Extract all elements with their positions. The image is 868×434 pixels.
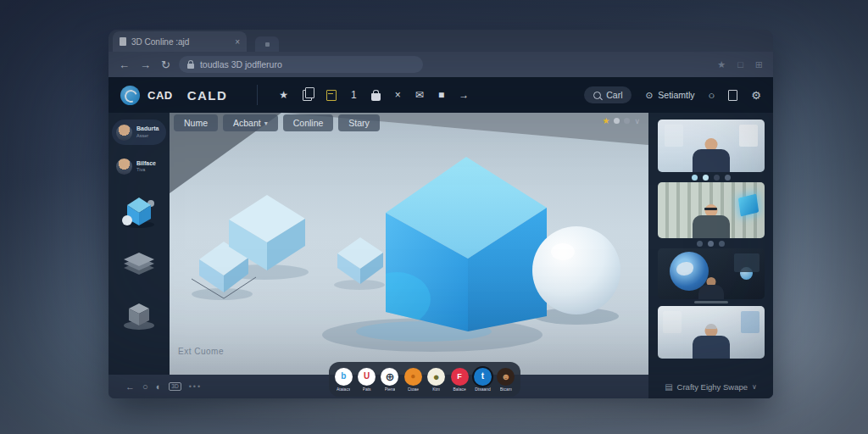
rating-dot[interactable] — [614, 118, 620, 124]
room-window-shape — [663, 311, 682, 333]
search-label: Carl — [606, 90, 622, 100]
3d-mode-badge[interactable]: 3D — [169, 382, 181, 392]
browser-window: 3D Conline :ajd × ← → ↻ toudlas 3D jodfl… — [108, 30, 773, 398]
dock-app-8[interactable]: ☻Btcam — [497, 368, 515, 392]
user-sub: Asser — [136, 133, 159, 139]
nav-item-about[interactable]: Acbant▾ — [223, 114, 278, 131]
dock-app-2[interactable]: UPats — [357, 368, 376, 392]
layer-stack-icon[interactable] — [119, 251, 159, 280]
apps-grid-icon[interactable]: ⊞ — [755, 59, 763, 70]
cad-logo-icon[interactable] — [120, 86, 140, 105]
rating-widget: ★ ∨ — [602, 116, 640, 125]
back-icon[interactable]: ← — [119, 58, 130, 71]
dock-app-1[interactable]: bAtaiacs — [334, 368, 353, 392]
dock-app-5[interactable]: ●Ktm — [427, 368, 446, 392]
tab-favicon-icon — [120, 37, 126, 46]
carousel-dots-2[interactable] — [697, 238, 725, 248]
chevron-down-icon[interactable]: ∨ — [634, 117, 640, 125]
user-name: Badurta — [136, 125, 159, 133]
scene-3d — [170, 113, 648, 375]
app-toolbar: CAD CALD ★ 1 × ✉ ■ → Carl ⊙ — [108, 77, 773, 113]
app-label: Ataiacs — [337, 387, 350, 392]
video-thumbnail-4[interactable] — [658, 306, 765, 359]
desktop-background: 3D Conline :ajd × ← → ↻ toudlas 3D jodfl… — [0, 0, 868, 434]
user-item-2[interactable]: Bilface Tiva — [112, 159, 166, 175]
app-icon: ● — [404, 368, 422, 386]
circle-icon[interactable]: ○ — [708, 89, 715, 102]
scene-label: Ext Cuome — [178, 347, 224, 356]
app-dock: bAtaiacs UPats ⊕Piena ●Ctoae ●Ktm FBalac… — [329, 362, 520, 397]
yellow-note-icon[interactable] — [326, 90, 337, 101]
url-text: toudlas 3D jodfleruro — [200, 59, 282, 70]
dock-app-4[interactable]: ●Ctoae — [403, 368, 422, 392]
tab-close-icon[interactable]: × — [235, 37, 240, 47]
carousel-dots-1[interactable] — [692, 172, 731, 182]
poster-shape — [741, 311, 760, 333]
gear-icon[interactable]: ⚙ — [751, 89, 761, 102]
browser-addressbar: ← → ↻ toudlas 3D jodfleruro ★ □ ⊞ — [108, 52, 773, 77]
file-icon[interactable] — [728, 90, 737, 101]
avatar — [116, 159, 132, 175]
cut-icon[interactable]: × — [395, 89, 401, 101]
user-name: Bilface — [136, 160, 156, 168]
half-circle-icon[interactable]: ◐ — [156, 381, 162, 392]
bag-icon[interactable] — [371, 93, 381, 101]
dock-app-6[interactable]: FBalace — [450, 368, 469, 392]
chevron-down-icon: ▾ — [264, 120, 268, 127]
nav-menu: Nume Acbant▾ Conline Stary — [174, 114, 380, 131]
thumbnail-caption-line — [694, 301, 728, 303]
rating-dot[interactable] — [624, 118, 630, 124]
app-label: Ctoae — [408, 387, 419, 392]
favorite-star-icon[interactable]: ★ — [279, 89, 288, 101]
app-icon: t — [474, 368, 492, 386]
app-icon: F — [451, 368, 469, 386]
avatar — [116, 125, 132, 141]
book-icon: ▤ — [665, 382, 672, 392]
forward-icon[interactable]: → — [140, 58, 151, 71]
extension-icon[interactable]: ★ — [717, 59, 726, 70]
nav-label: Acbant — [233, 118, 261, 128]
person-figure — [682, 138, 741, 172]
quality-label: Crafty Eighy Swape — [677, 382, 748, 392]
monitor-shape — [734, 253, 760, 272]
url-field[interactable]: toudlas 3D jodfleruro — [179, 56, 423, 73]
restore-window-icon[interactable]: □ — [737, 59, 743, 70]
toolbar-divider — [257, 85, 258, 105]
user-item-1[interactable]: Badurta Asser — [112, 120, 166, 145]
arrow-right-icon[interactable]: → — [459, 89, 469, 101]
nav-label: Nume — [184, 118, 208, 128]
blue-cube-icon[interactable] — [120, 193, 159, 232]
history-button[interactable]: ⊙ Setiamtly — [645, 90, 694, 100]
search-button[interactable]: Carl — [584, 86, 632, 103]
video-thumbnail-2[interactable] — [658, 182, 765, 238]
stop-square-icon[interactable]: ■ — [438, 89, 444, 101]
dock-app-3[interactable]: ⊕Piena — [381, 368, 399, 392]
new-tab-stub[interactable] — [255, 36, 279, 52]
nav-label: Stary — [348, 118, 370, 128]
more-dots-icon[interactable]: ••• — [189, 382, 202, 391]
browser-tab[interactable]: 3D Conline :ajd × — [113, 31, 247, 52]
app-label: Btcam — [500, 387, 512, 392]
viewport-3d-canvas[interactable]: Nume Acbant▾ Conline Stary ★ ∨ Ext Cuome — [170, 113, 648, 375]
mail-icon[interactable]: ✉ — [415, 89, 424, 101]
lock-icon — [187, 64, 194, 69]
room-window-shape — [739, 125, 758, 147]
stub-dot-icon — [265, 42, 270, 47]
left-sidebar: Badurta Asser Bilface Tiva — [108, 113, 170, 375]
video-thumbnail-3[interactable] — [658, 248, 765, 299]
shape-icon[interactable]: ○ — [142, 381, 148, 392]
star-icon[interactable]: ★ — [602, 116, 609, 125]
gray-box-icon[interactable] — [120, 298, 158, 334]
nav-item-story[interactable]: Stary — [338, 114, 380, 131]
holographic-cube — [737, 193, 759, 216]
video-thumbnail-1[interactable] — [658, 120, 765, 172]
reload-icon[interactable]: ↻ — [161, 58, 170, 71]
back-icon[interactable]: ← — [125, 381, 135, 392]
nav-item-home[interactable]: Nume — [174, 114, 218, 131]
dock-app-7[interactable]: tDtsaand — [473, 368, 492, 392]
clock-icon: ⊙ — [645, 90, 653, 100]
nav-item-online[interactable]: Conline — [283, 114, 334, 131]
quality-dropdown[interactable]: ▤ Crafty Eighy Swape ∨ — [648, 375, 773, 398]
copy-document-icon[interactable] — [303, 90, 312, 101]
search-icon — [593, 92, 601, 99]
